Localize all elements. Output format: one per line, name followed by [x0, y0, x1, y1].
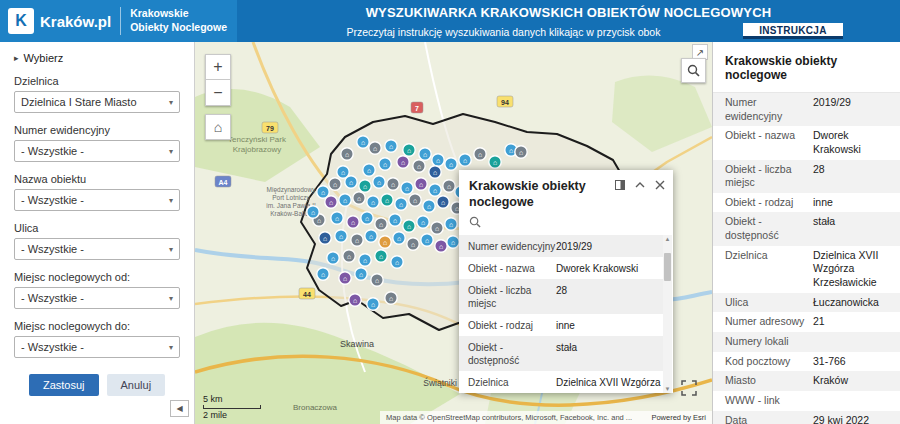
map-marker[interactable]: ⌂ — [447, 236, 459, 248]
map-marker[interactable]: ⌂ — [445, 158, 457, 170]
map-marker[interactable]: ⌂ — [359, 180, 371, 192]
map-marker[interactable]: ⌂ — [353, 192, 365, 204]
map-marker[interactable]: ⌂ — [385, 292, 397, 304]
popup-scrollbar[interactable]: ▲ ▼ — [663, 235, 672, 393]
scroll-down-icon[interactable]: ▼ — [665, 385, 671, 393]
fullscreen-button[interactable] — [680, 380, 698, 398]
map-marker[interactable]: ⌂ — [431, 222, 443, 234]
map-marker[interactable]: ⌂ — [401, 182, 413, 194]
map-marker[interactable]: ⌂ — [367, 298, 379, 310]
map-marker[interactable]: ⌂ — [387, 178, 399, 190]
details-title: Krakowskie obiekty noclegowe — [713, 42, 900, 93]
map-marker[interactable]: ⌂ — [403, 144, 415, 156]
map-marker[interactable]: ⌂ — [423, 200, 435, 212]
map-marker[interactable]: ⌂ — [357, 136, 369, 148]
map-marker[interactable]: ⌂ — [339, 194, 351, 206]
map-marker[interactable]: ⌂ — [403, 220, 415, 232]
map-marker[interactable]: ⌂ — [417, 216, 429, 228]
map-marker[interactable]: ⌂ — [393, 232, 405, 244]
close-popup-icon[interactable] — [654, 179, 665, 190]
map-marker[interactable]: ⌂ — [367, 196, 379, 208]
map-marker[interactable]: ⌂ — [437, 196, 449, 208]
map-marker[interactable]: ⌂ — [429, 166, 441, 178]
map-marker[interactable]: ⌂ — [355, 268, 367, 280]
scroll-up-icon[interactable]: ▲ — [665, 235, 671, 243]
instruction-button[interactable]: INSTRUKCJA — [743, 23, 843, 39]
svg-text:⌂: ⌂ — [509, 147, 513, 154]
details-row-value: Kraków — [813, 374, 888, 388]
scroll-thumb[interactable] — [664, 253, 671, 281]
svg-text:⌂: ⌂ — [427, 203, 431, 210]
map-marker[interactable]: ⌂ — [413, 160, 425, 172]
map-marker[interactable]: ⌂ — [331, 212, 343, 224]
map-marker[interactable]: ⌂ — [415, 178, 427, 190]
map-marker[interactable]: ⌂ — [335, 230, 347, 242]
map-marker[interactable]: ⌂ — [317, 268, 329, 280]
map-marker[interactable]: ⌂ — [381, 194, 393, 206]
filter-select[interactable]: - Wszystkie - ▾ — [14, 336, 180, 358]
map-marker[interactable]: ⌂ — [365, 230, 377, 242]
filter-select[interactable]: Dzielnica I Stare Miasto ▾ — [14, 91, 180, 113]
map-marker[interactable]: ⌂ — [375, 250, 387, 262]
map-marker[interactable]: ⌂ — [319, 232, 331, 244]
map-marker[interactable]: ⌂ — [397, 156, 409, 168]
map-marker[interactable]: ⌂ — [419, 148, 431, 160]
map-search-button[interactable] — [681, 58, 706, 83]
map-marker[interactable]: ⌂ — [325, 196, 337, 208]
map-marker[interactable]: ⌂ — [371, 274, 383, 286]
map-marker[interactable]: ⌂ — [443, 180, 455, 192]
popup-zoom-to[interactable] — [459, 213, 673, 235]
cancel-button[interactable]: Anuluj — [107, 374, 166, 396]
zoom-in-button[interactable]: + — [205, 54, 231, 80]
map-marker[interactable]: ⌂ — [389, 214, 401, 226]
map-marker[interactable]: ⌂ — [435, 240, 447, 252]
map-marker[interactable]: ⌂ — [343, 250, 355, 262]
map-marker[interactable]: ⌂ — [373, 176, 385, 188]
map-marker[interactable]: ⌂ — [361, 212, 373, 224]
map-marker[interactable]: ⌂ — [307, 206, 319, 218]
map-marker[interactable]: ⌂ — [474, 148, 486, 160]
logo-subtitle-line2: Obiekty Noclegowe — [130, 21, 227, 35]
filter-header[interactable]: ▸ Wybierz — [14, 52, 180, 64]
details-row: Obiekt - rodzaj inne — [713, 193, 900, 213]
map-marker[interactable]: ⌂ — [395, 198, 407, 210]
map-marker[interactable]: ⌂ — [429, 184, 441, 196]
map-marker[interactable]: ⌂ — [391, 256, 403, 268]
map-marker[interactable]: ⌂ — [329, 178, 341, 190]
map-marker[interactable]: ⌂ — [341, 148, 353, 160]
map-marker[interactable]: ⌂ — [445, 218, 457, 230]
map-marker[interactable]: ⌂ — [349, 294, 361, 306]
map-marker[interactable]: ⌂ — [375, 218, 387, 230]
collapse-popup-icon[interactable] — [634, 179, 645, 190]
apply-button[interactable]: Zastosuj — [29, 374, 99, 396]
dock-icon[interactable] — [614, 179, 625, 190]
map-marker[interactable]: ⌂ — [432, 154, 444, 166]
map-marker[interactable]: ⌂ — [327, 252, 339, 264]
map-marker[interactable]: ⌂ — [421, 234, 433, 246]
map-marker[interactable]: ⌂ — [363, 164, 375, 176]
filter-select[interactable]: - Wszystkie - ▾ — [14, 287, 180, 309]
map-container[interactable]: Tenczyński ParkKrajobrazowyMiędzynarodow… — [195, 42, 712, 424]
map-marker[interactable]: ⌂ — [359, 254, 371, 266]
filter-select[interactable]: - Wszystkie - ▾ — [14, 238, 180, 260]
filter-select[interactable]: - Wszystkie - ▾ — [14, 189, 180, 211]
map-marker[interactable]: ⌂ — [379, 236, 391, 248]
map-marker[interactable]: ⌂ — [339, 272, 351, 284]
map-marker[interactable]: ⌂ — [409, 194, 421, 206]
details-row-label: Numer ewidencyjny — [725, 96, 813, 123]
map-marker[interactable]: ⌂ — [369, 142, 381, 154]
zoom-out-button[interactable]: − — [205, 80, 231, 106]
map-marker[interactable]: ⌂ — [489, 156, 501, 168]
map-marker[interactable]: ⌂ — [385, 140, 397, 152]
home-extent-button[interactable]: ⌂ — [205, 114, 231, 140]
map-marker[interactable]: ⌂ — [407, 238, 419, 250]
filter-select[interactable]: - Wszystkie - ▾ — [14, 140, 180, 162]
map-marker[interactable]: ⌂ — [459, 154, 471, 166]
svg-text:⌂: ⌂ — [389, 295, 393, 302]
map-marker[interactable]: ⌂ — [347, 216, 359, 228]
map-marker[interactable]: ⌂ — [351, 234, 363, 246]
map-marker[interactable]: ⌂ — [345, 176, 357, 188]
map-marker[interactable]: ⌂ — [379, 158, 391, 170]
sidebar-collapse-button[interactable]: ◀ — [170, 400, 189, 417]
map-marker[interactable]: ⌂ — [515, 146, 527, 158]
